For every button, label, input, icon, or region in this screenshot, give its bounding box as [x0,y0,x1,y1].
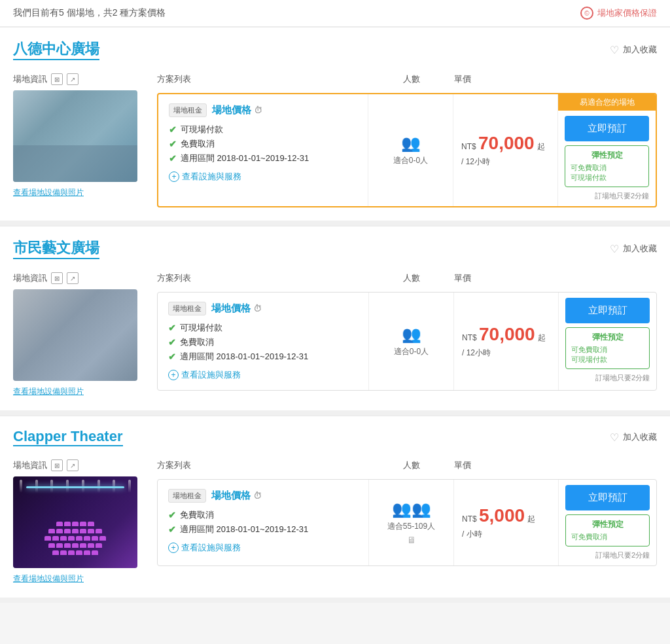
plan-card: 場地租金 場地價格 ⏱ ✔ 可現場付款 ✔ 免費取消 ✔ [157,292,657,391]
guarantee-text: 場地家價格保證 [597,7,657,19]
price-suffix: 起 [527,514,535,524]
check-icon: ✔ [168,510,176,520]
col-header-action [559,272,657,284]
photo-link[interactable]: 查看場地設備與照片 [13,386,144,397]
venue-info-col: 場地資訊 ⊠ ↗ 查看場地設備與照片 [13,272,144,397]
venue-title[interactable]: Clapper Theater [13,428,123,446]
venue-info-label: 場地資訊 ⊠ ↗ [13,459,144,471]
col-header-plan: 方案列表 [157,73,369,85]
plus-icon: + [169,171,179,182]
plan-price: NT$ 5,000 起 / 小時 [453,480,558,565]
price-line: NT$ 70,000 起 [461,133,545,154]
col-header-people: 人數 [369,272,454,284]
plan-tags: 場地租金 場地價格 ⏱ [168,489,358,503]
venue-title[interactable]: 八德中心廣場 [13,39,99,60]
check-icon: ✔ [169,139,177,149]
venue-header: Clapper Theater ♡ 加入收藏 [0,416,670,453]
add-favorites-button[interactable]: ♡ 加入收藏 [610,44,657,56]
venue-photo [13,476,137,568]
venue-info-label: 場地資訊 ⊠ ↗ [13,272,144,284]
venue-separator [0,410,670,416]
people-text: 適合0-0人 [393,155,428,166]
plans-section: 方案列表 人數 單價 場地租金 場地價格 ⏱ [157,73,657,207]
check-icon: ✔ [168,323,176,333]
feature-text: 適用區間 2018-01-01~2019-12-31 [180,524,308,535]
col-header-plan: 方案列表 [157,459,369,471]
price-suffix: 起 [537,142,545,151]
venue-title[interactable]: 市民藝文廣場 [13,238,99,259]
flexible-item: 可免費取消 [571,532,644,542]
add-favorites-label: 加入收藏 [623,44,657,56]
feature-text: 可現場付款 [181,124,223,135]
plan-action: 易適合您的場地 立即預訂 彈性預定 可免費取消 可現場付款 訂場地只要2分鐘 [557,94,656,206]
check-icon: ✔ [168,524,176,535]
people-sub-icon: 🖥 [407,535,416,545]
feature-text: 免費取消 [180,336,214,348]
image-icon: ⊠ [51,272,63,284]
add-favorites-label: 加入收藏 [623,243,657,255]
add-favorites-button[interactable]: ♡ 加入收藏 [610,243,657,255]
col-header-price: 單價 [454,73,559,85]
flexible-box: 彈性預定 可免費取消 可現場付款 [565,145,649,187]
flexible-title: 彈性預定 [571,332,644,343]
plan-price: NT$ 70,000 起 / 12小時 [453,94,557,206]
image-icon: ⊠ [51,73,63,85]
flexible-title: 彈性預定 [571,519,644,530]
plan-tags: 場地租金 場地價格 ⏱ [168,302,358,315]
venue-photo [13,90,137,182]
venue-info-col: 場地資訊 ⊠ ↗ 查看場地設備與照片 [13,73,144,207]
venue-body: 場地資訊 ⊠ ↗ 查看場地設備與照片 方案列表 人數 單價 [0,266,670,410]
plans-col-headers: 方案列表 人數 單價 [157,272,657,284]
people-text: 適合55-109人 [387,521,435,532]
flexible-title: 彈性預定 [571,150,643,161]
col-header-action [559,459,657,471]
services-link-text: 查看設施與服務 [181,369,241,381]
services-link[interactable]: + 查看設施與服務 [169,171,357,183]
plus-icon: + [168,370,179,380]
price-unit: / 12小時 [461,156,490,168]
book-time: 訂場地只要2分鐘 [558,191,656,206]
check-icon: ✔ [169,124,177,135]
col-header-price: 單價 [454,272,559,284]
rental-tag: 場地租金 [168,302,206,315]
plan-feature: ✔ 免費取消 [168,336,358,348]
heart-icon: ♡ [610,243,619,255]
price-line: NT$ 5,000 起 [462,505,535,526]
book-time: 訂場地只要2分鐘 [559,373,656,388]
photo-link[interactable]: 查看場地設備與照片 [13,573,144,584]
flexible-item: 可現場付款 [571,173,643,183]
plan-feature: ✔ 免費取消 [169,138,357,150]
venue-header: 八德中心廣場 ♡ 加入收藏 [0,27,670,67]
feature-text: 免費取消 [181,138,215,150]
clock-icon: ⏱ [253,304,262,313]
feature-text: 免費取消 [180,509,214,521]
book-button[interactable]: 立即預訂 [565,485,650,510]
feature-text: 適用區間 2018-01-01~2019-12-31 [180,351,308,363]
plan-feature: ✔ 適用區間 2018-01-01~2019-12-31 [168,524,358,535]
price-prefix: NT$ [462,333,479,342]
services-link[interactable]: + 查看設施與服務 [168,369,358,381]
plan-name: 場地價格 ⏱ [211,490,262,502]
book-time: 訂場地只要2分鐘 [559,550,656,565]
price-unit: / 12小時 [462,348,491,359]
check-icon: ✔ [168,351,176,362]
venues-list: 八德中心廣場 ♡ 加入收藏 場地資訊 ⊠ ↗ 查看場地設備與照片 [0,27,670,603]
plan-name: 場地價格 ⏱ [211,302,262,315]
venue-card: Clapper Theater ♡ 加入收藏 場地資訊 ⊠ ↗ [0,416,670,598]
people-icon: 👥 [402,325,421,344]
plan-action: 立即預訂 彈性預定 可免費取消 訂場地只要2分鐘 [558,480,656,565]
people-text: 適合0-0人 [394,346,429,357]
book-button[interactable]: 立即預訂 [565,116,649,141]
book-button[interactable]: 立即預訂 [565,298,650,323]
services-link[interactable]: + 查看設施與服務 [168,542,358,554]
plan-features: ✔ 免費取消 ✔ 適用區間 2018-01-01~2019-12-31 [168,509,358,535]
add-favorites-button[interactable]: ♡ 加入收藏 [610,431,657,444]
info-label-text: 場地資訊 [13,272,47,284]
venue-info-label: 場地資訊 ⊠ ↗ [13,73,144,85]
col-header-people: 人數 [369,459,454,471]
clock-icon: ⏱ [254,105,262,115]
map-icon: ↗ [67,459,79,471]
photo-link[interactable]: 查看場地設備與照片 [13,187,144,198]
venue-separator [0,598,670,603]
rental-tag: 場地租金 [169,103,207,117]
